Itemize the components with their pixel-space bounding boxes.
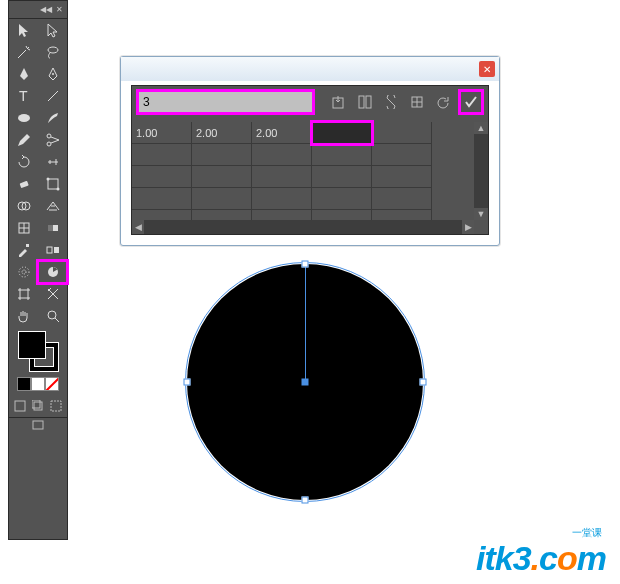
rotate-tool[interactable] [9,151,38,173]
collapse-icon[interactable]: ◀◀ [40,5,52,14]
switch-xy-icon[interactable] [382,93,400,111]
ellipse-tool[interactable] [9,107,38,129]
color-mode-none[interactable] [45,377,59,391]
table-cell[interactable]: 2.00 [192,122,252,144]
free-transform-tool[interactable] [38,173,67,195]
slice-tool[interactable] [38,283,67,305]
table-cell[interactable] [132,166,192,188]
svg-rect-29 [33,421,43,429]
panel-body: 1.00 2.00 2.00 [131,85,489,235]
panel-titlebar[interactable]: ✕ [121,57,499,81]
table-cell[interactable] [312,144,372,166]
svg-point-6 [47,142,51,146]
scroll-up-icon[interactable]: ▲ [474,122,488,134]
svg-point-1 [52,73,54,75]
symbol-sprayer-tool[interactable] [9,261,38,283]
color-mode-solid[interactable] [17,377,31,391]
table-cell[interactable] [132,144,192,166]
canvas-circle-selection[interactable] [185,262,425,502]
anchor-top[interactable] [302,261,309,268]
table-cell[interactable] [372,144,432,166]
magic-wand-tool[interactable] [9,41,38,63]
width-tool[interactable] [38,151,67,173]
graph-data-panel: ✕ 1.00 2.00 2.00 [120,56,500,246]
svg-point-9 [46,178,49,181]
scroll-down-icon[interactable]: ▼ [474,208,488,220]
type-tool[interactable]: T [9,85,38,107]
color-mode-gradient[interactable] [31,377,45,391]
svg-rect-32 [366,96,371,108]
artboard-tool[interactable] [9,283,38,305]
table-row [132,144,474,166]
pie-graph-tool[interactable] [38,261,67,283]
tools-panel: ◀◀ ✕ T [8,0,68,540]
table-cell[interactable] [192,188,252,210]
draw-inside-icon[interactable] [49,399,63,413]
table-cell[interactable] [312,188,372,210]
table-cell[interactable] [372,188,432,210]
hand-tool[interactable] [9,305,38,327]
eyedropper-tool[interactable] [9,239,38,261]
revert-icon[interactable] [434,93,452,111]
data-table[interactable]: 1.00 2.00 2.00 [132,122,474,220]
svg-point-5 [47,134,51,138]
scroll-right-icon[interactable]: ▶ [462,220,474,234]
table-cell[interactable] [252,166,312,188]
transpose-icon[interactable] [356,93,374,111]
svg-point-4 [18,114,30,122]
horizontal-scrollbar[interactable]: ◀ ▶ [132,220,474,234]
svg-rect-16 [26,244,29,247]
svg-rect-22 [20,290,28,298]
lasso-tool[interactable] [38,41,67,63]
table-cell[interactable] [192,166,252,188]
selection-tool[interactable] [9,19,38,41]
vertical-scrollbar[interactable]: ▲ ▼ [474,122,488,220]
perspective-grid-tool[interactable] [38,195,67,217]
import-data-icon[interactable] [330,93,348,111]
draw-behind-icon[interactable] [31,399,45,413]
cell-style-icon[interactable] [408,93,426,111]
center-point[interactable] [302,379,309,386]
table-cell-active[interactable] [312,122,372,144]
table-cell[interactable] [312,166,372,188]
draw-normal-icon[interactable] [13,399,27,413]
zoom-tool[interactable] [38,305,67,327]
table-cell[interactable] [252,144,312,166]
table-cell[interactable]: 1.00 [132,122,192,144]
watermark-dot: . [531,539,539,577]
line-segment-tool[interactable] [38,85,67,107]
svg-rect-28 [51,401,61,411]
table-cell[interactable] [372,122,432,144]
direct-selection-tool[interactable] [38,19,67,41]
table-cell[interactable] [372,166,432,188]
table-cell[interactable] [252,188,312,210]
blend-tool[interactable] [38,239,67,261]
curvature-tool[interactable] [38,63,67,85]
close-icon[interactable]: ✕ [56,5,63,14]
mesh-tool[interactable] [9,217,38,239]
scroll-left-icon[interactable]: ◀ [132,220,144,234]
svg-rect-27 [32,400,40,408]
scissors-tool[interactable] [38,129,67,151]
table-cell[interactable]: 2.00 [252,122,312,144]
close-button[interactable]: ✕ [479,61,495,77]
paintbrush-tool[interactable] [38,107,67,129]
svg-rect-7 [19,181,28,188]
table-cell[interactable] [132,188,192,210]
gradient-tool[interactable] [38,217,67,239]
svg-rect-15 [48,225,53,231]
pencil-tool[interactable] [9,129,38,151]
anchor-left[interactable] [184,379,191,386]
color-swatch-area [9,327,67,395]
eraser-tool[interactable] [9,173,38,195]
fill-stroke-swatch[interactable] [18,331,58,371]
entry-field[interactable] [138,91,313,113]
apply-button[interactable] [460,91,482,113]
shape-builder-tool[interactable] [9,195,38,217]
table-cell[interactable] [192,144,252,166]
anchor-bottom[interactable] [302,496,309,503]
anchor-right[interactable] [419,379,426,386]
screen-mode-button[interactable] [9,417,67,431]
fill-swatch[interactable] [18,331,46,359]
pen-tool[interactable] [9,63,38,85]
